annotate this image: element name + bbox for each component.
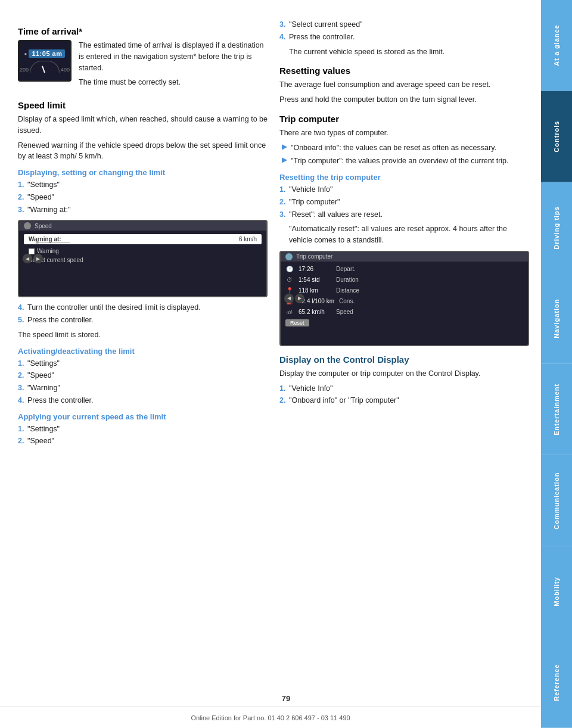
step-num: 3. (18, 204, 24, 216)
main-content: Time of arrival* ● 11:05 am 200 (0, 0, 541, 728)
speed-value: 65.2 km/h (299, 309, 331, 315)
trip-nav-left: ◀ (284, 294, 294, 303)
speed-limit-stored: The speed limit is stored. (18, 329, 268, 341)
sidebar-tab-entertainment[interactable]: Entertainment (541, 364, 572, 455)
trip-row-cons: ⛽ 12.4 l/100 km Cons. (281, 296, 528, 307)
trip-screen-image: Trip computer 🕐 17:26 Depart. ⏱ 1:54 std… (279, 251, 529, 346)
sidebar-label-driving-tips: Driving tips (553, 206, 560, 250)
sidebar-label-reference: Reference (553, 664, 560, 701)
step-num: 5. (18, 315, 24, 326)
steps-after-screen: 4.Turn the controller until the desired … (18, 302, 268, 326)
bullet-arrow: ▶ (282, 155, 287, 167)
step-num: 1. (279, 184, 285, 195)
time-arrival-text: The estimated time of arrival is display… (79, 40, 268, 92)
step-item: 3."Warning at:" (18, 204, 268, 216)
displaying-setting-title: Displaying, setting or changing the limi… (18, 168, 268, 177)
distance-value: 118 km (299, 287, 331, 294)
duration-label: Duration (336, 276, 359, 283)
step-num: 1. (18, 424, 24, 435)
step-num: 1. (279, 383, 285, 394)
time-arrival-section: ● 11:05 am 200 400 The estimated (18, 40, 268, 92)
applying-continued-body: The current vehicle speed is stored as t… (279, 46, 529, 58)
step-item: 4.Press the controller. (18, 395, 268, 406)
step-num: 4. (18, 395, 24, 406)
bullet-item: ▶ "Onboard info": the values can be rese… (279, 142, 529, 154)
time-arrival-body1: The estimated time of arrival is display… (79, 40, 268, 73)
trip-row-speed: 🏎 65.2 km/h Speed (281, 307, 528, 318)
display-control-body: Display the computer or trip computer on… (279, 368, 529, 379)
depart-value: 17:26 (299, 266, 331, 272)
depart-label: Depart. (336, 266, 356, 272)
trip-computer-bullets: ▶ "Onboard info": the values can be rese… (279, 142, 529, 167)
trip-reset-button[interactable]: Reset (285, 319, 309, 326)
screen-content: Warning at: 6 km/h Warning Select curren… (19, 231, 266, 268)
step-num: 1. (18, 179, 24, 191)
nav-arrows: ◀ ▶ (23, 254, 43, 263)
speed-icon: 🏎 (285, 308, 294, 316)
step-item: 3."Select current speed" (279, 19, 529, 30)
trip-row-duration: ⏱ 1:54 std Duration (281, 275, 528, 285)
displaying-steps-before: 1."Settings" 2."Speed" 3."Warning at:" (18, 179, 268, 215)
step-num: 4. (279, 32, 285, 43)
screen-title-text: Speed (35, 223, 52, 229)
resetting-values-body1: The average fuel consumption and average… (279, 79, 529, 91)
step-item: 4.Turn the controller until the desired … (18, 302, 268, 313)
nav-right-arrow: ▶ (33, 254, 43, 263)
step-item: 1."Settings" (18, 179, 268, 191)
cons-label: Cons. (339, 298, 355, 304)
sidebar-tab-driving-tips[interactable]: Driving tips (541, 182, 572, 273)
trip-screen-title-text: Trip computer (296, 253, 332, 260)
nav-left-arrow: ◀ (23, 254, 32, 263)
step-num: 3. (279, 19, 285, 30)
bullet-text: "Onboard info": the values can be reset … (291, 142, 496, 154)
step-item: 3."Warning" (18, 382, 268, 394)
warning-value: 6 km/h (239, 236, 257, 242)
screen-option-row: Warning (24, 247, 262, 256)
auto-reset-text: "Automatically reset": all values are re… (279, 223, 529, 246)
speed-limit-title: Speed limit (18, 100, 268, 110)
step-item: 1."Settings" (18, 424, 268, 435)
sidebar-tab-at-a-glance[interactable]: At a glance (541, 0, 572, 91)
trip-computer-body: There are two types of computer. (279, 127, 529, 139)
bullet-arrow: ▶ (282, 142, 287, 154)
step-item: 4.Press the controller. (279, 32, 529, 43)
resetting-values-body2: Press and hold the computer button on th… (279, 94, 529, 105)
sidebar-tab-controls[interactable]: Controls (541, 91, 572, 182)
screen-title-bar: Speed (19, 221, 266, 231)
depart-icon: 🕐 (285, 265, 294, 273)
sidebar-tab-communication[interactable]: Communication (541, 455, 572, 546)
screen-gear-icon (24, 222, 31, 229)
duration-value: 1:54 std (299, 276, 331, 283)
step-num: 1. (18, 358, 24, 369)
sidebar-tab-reference[interactable]: Reference (541, 637, 572, 728)
sidebar-label-controls: Controls (553, 121, 560, 153)
step-num: 4. (18, 302, 24, 313)
select-speed-text: Select current speed (24, 256, 262, 265)
speed-screen-image: Speed Warning at: 6 km/h Warning Select … (18, 220, 268, 297)
page-number: 79 (282, 694, 290, 703)
step-num: 2. (18, 370, 24, 381)
sidebar-label-navigation: Navigation (553, 299, 560, 338)
sidebar-label-communication: Communication (553, 472, 560, 529)
bullet-item: ▶ "Trip computer": the values provide an… (279, 155, 529, 167)
speed-label: Speed (336, 309, 353, 315)
trip-nav-right: ▶ (295, 294, 304, 303)
speed-limit-body1: Display of a speed limit which, when rea… (18, 114, 268, 136)
display-control-title: Display on the Control Display (279, 354, 529, 365)
step-item: 1."Vehicle Info" (279, 184, 529, 195)
resetting-trip-steps: 1."Vehicle Info" 2."Trip computer" 3."Re… (279, 184, 529, 220)
warning-label: Warning at: (29, 236, 61, 242)
trip-screen-icon (285, 253, 293, 260)
resetting-trip-title: Resetting the trip computer (279, 173, 529, 182)
trip-row-distance: 📍 118 km Distance (281, 285, 528, 296)
clock-image: ● 11:05 am 200 400 (18, 40, 72, 82)
trip-nav-arrows: ◀ ▶ (284, 294, 304, 303)
bullet-text: "Trip computer": the values provide an o… (291, 155, 509, 167)
sidebar-tab-mobility[interactable]: Mobility (541, 546, 572, 637)
activating-steps: 1."Settings" 2."Speed" 3."Warning" 4.Pre… (18, 358, 268, 406)
distance-label: Distance (336, 287, 359, 294)
trip-computer-title: Trip computer (279, 114, 529, 124)
footer-text: Online Edition for Part no. 01 40 2 606 … (191, 714, 350, 721)
sidebar-label-entertainment: Entertainment (553, 384, 560, 435)
sidebar-tab-navigation[interactable]: Navigation (541, 273, 572, 364)
